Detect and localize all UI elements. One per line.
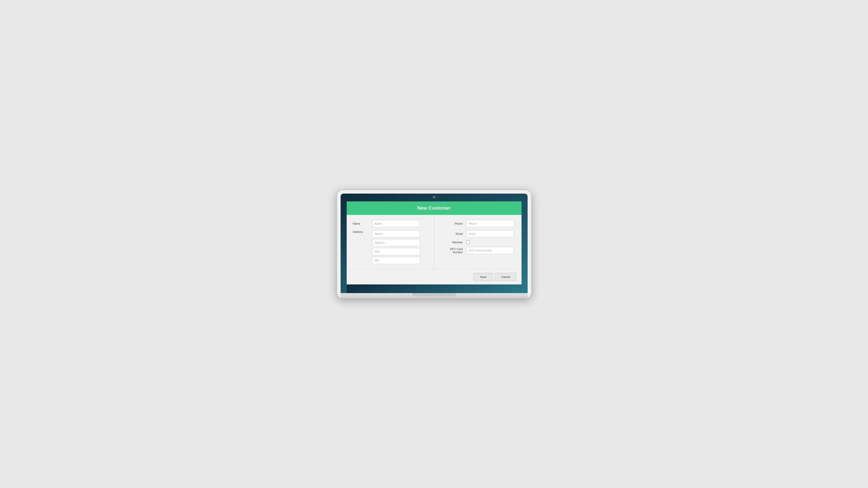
member-checkbox[interactable]	[466, 240, 470, 244]
email-label: Email	[440, 232, 466, 235]
dialog-right-panel: Phone Email Member	[434, 215, 522, 269]
nfc-input[interactable]	[466, 247, 514, 254]
zip-input[interactable]	[372, 257, 420, 264]
dialog-footer: Save Cancel	[347, 269, 522, 285]
city-input[interactable]	[372, 248, 420, 255]
name-input[interactable]	[372, 220, 420, 227]
cancel-button[interactable]: Cancel	[495, 273, 516, 281]
address-inputs	[372, 230, 420, 264]
phone-input[interactable]	[466, 220, 514, 227]
email-field-row: Email	[440, 230, 516, 237]
street1-input[interactable]	[372, 230, 420, 237]
dialog-header: New Customer	[347, 201, 522, 215]
phone-label: Phone	[440, 222, 466, 225]
save-button[interactable]: Save	[474, 273, 493, 281]
dialog-body: Name Address	[347, 215, 522, 269]
name-label: Name	[353, 222, 372, 225]
laptop-screen-bezel: New Customer Name Address	[341, 194, 528, 293]
name-field-row: Name	[353, 220, 428, 227]
address-label: Address	[353, 230, 372, 233]
dialog-title: New Customer	[350, 205, 518, 211]
member-label: Member	[440, 241, 466, 244]
phone-field-row: Phone	[440, 220, 516, 227]
member-field-row: Member	[440, 240, 516, 244]
address-field-row: Address	[353, 230, 428, 264]
laptop-base	[341, 293, 528, 298]
street2-input[interactable]	[372, 239, 420, 246]
webcam-icon	[433, 196, 435, 198]
nfc-label: NFC Card Number	[440, 247, 466, 254]
dialog-left-panel: Name Address	[347, 215, 434, 269]
laptop-stand	[412, 293, 456, 296]
nfc-field-row: NFC Card Number	[440, 247, 516, 254]
email-input[interactable]	[466, 230, 514, 237]
laptop-outer: New Customer Name Address	[337, 190, 532, 298]
screen-bottom-padding	[347, 285, 522, 293]
new-customer-dialog: New Customer Name Address	[347, 201, 522, 285]
member-checkbox-wrapper	[466, 240, 470, 244]
